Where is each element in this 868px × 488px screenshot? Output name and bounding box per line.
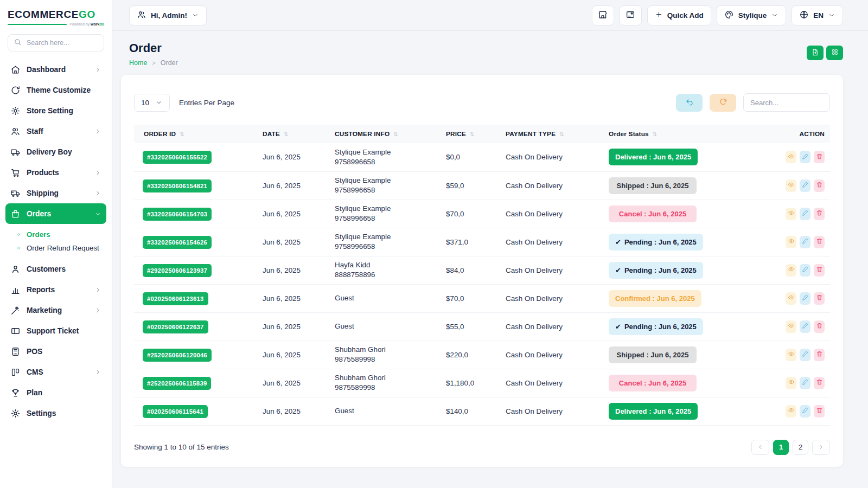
delete-order-button[interactable] [814,377,825,389]
delete-order-button[interactable] [814,320,825,333]
sidebar-item-dashboard[interactable]: Dashboard [5,59,106,80]
trash-icon [816,181,823,190]
order-status-badge[interactable]: Delivered : Jun 6, 2025 [609,403,698,420]
sidebar-search-input[interactable] [25,38,98,47]
sidebar-item-delivery-boy[interactable]: Delivery Boy [5,142,106,162]
sidebar-item-theme-customize[interactable]: Theme Customize [5,80,106,100]
order-id-badge[interactable]: #3320250606155522 [143,151,212,164]
sidebar-item-cms[interactable]: CMS [5,362,106,382]
quick-add-button[interactable]: Quick Add [647,5,711,25]
edit-order-button[interactable] [800,264,810,277]
view-order-button[interactable] [786,236,796,248]
edit-order-button[interactable] [800,292,810,305]
delete-order-button[interactable] [814,151,825,163]
grid-view-button[interactable] [826,46,843,60]
card-button[interactable] [620,5,642,25]
refresh-button[interactable] [710,94,736,112]
page-button-2[interactable]: 2 [793,440,808,455]
sidebar-item-support-ticket[interactable]: Support Ticket [5,320,106,341]
order-id-badge[interactable]: #020250606123613 [143,292,208,305]
view-order-button[interactable] [786,264,796,277]
gear-icon [10,408,21,419]
edit-order-button[interactable] [800,179,810,192]
sort-icon: ⇅ [653,131,658,137]
edit-order-button[interactable] [800,236,810,248]
entries-per-page-select[interactable]: 10 [134,94,170,112]
edit-order-button[interactable] [800,208,810,220]
order-status-badge[interactable]: Shipped : Jun 6, 2025 [609,177,697,194]
delete-order-button[interactable] [814,292,825,305]
admin-menu-button[interactable]: Hi, Admin! [129,5,207,25]
theme-select-button[interactable]: Stylique [717,5,787,25]
edit-order-button[interactable] [800,349,810,361]
order-status-badge[interactable]: Cancel : Jun 6, 2025 [609,375,697,391]
sidebar-subitem-order-refund-request[interactable]: Order Refund Request [12,241,106,255]
sidebar-item-marketing[interactable]: Marketing [5,300,106,320]
delete-order-button[interactable] [814,236,825,248]
edit-order-button[interactable] [800,151,810,163]
order-id-badge[interactable]: #2920250606123937 [143,264,212,277]
column-header-date[interactable]: DATE⇅ [257,125,329,143]
language-select-button[interactable]: EN [792,5,843,25]
order-status-badge[interactable]: Cancel : Jun 6, 2025 [609,206,697,222]
order-id-badge[interactable]: #020250606122637 [143,320,208,333]
view-order-button[interactable] [786,349,796,361]
sidebar-item-store-setting[interactable]: Store Setting [5,100,106,121]
edit-order-button[interactable] [800,405,810,418]
sidebar-item-shipping[interactable]: Shipping [5,183,106,203]
sidebar-subitem-orders[interactable]: Orders [12,228,106,241]
sidebar-item-settings[interactable]: Settings [5,403,106,423]
delete-order-button[interactable] [814,405,825,418]
view-order-button[interactable] [786,320,796,333]
order-id-badge[interactable]: #2520250606115839 [143,377,211,390]
column-header-order-id[interactable]: ORDER ID⇅ [134,125,257,143]
column-header-customer-info[interactable]: CUSTOMER INFO⇅ [329,125,441,143]
delete-order-button[interactable] [814,264,825,277]
page-button-1[interactable]: 1 [773,440,789,455]
sort-icon: ⇅ [393,131,398,137]
table-search-input[interactable] [743,93,830,112]
sidebar-item-products[interactable]: Products [5,162,106,183]
order-id-badge[interactable]: #3320250606154703 [143,208,212,221]
order-status-badge[interactable]: Shipped : Jun 6, 2025 [609,346,697,363]
order-status-badge[interactable]: ✔Pending : Jun 6, 2025 [609,234,703,251]
order-status-badge[interactable]: Delivered : Jun 6, 2025 [609,149,698,165]
sidebar-item-customers[interactable]: Customers [5,259,106,279]
breadcrumb-home-link[interactable]: Home [129,59,147,67]
undo-button[interactable] [676,94,703,112]
edit-order-button[interactable] [800,320,810,333]
sidebar-item-reports[interactable]: Reports [5,279,106,300]
order-status-badge[interactable]: Confirmed : Jun 6, 2025 [609,290,701,307]
view-order-button[interactable] [786,377,796,389]
delete-order-button[interactable] [814,349,825,361]
view-order-button[interactable] [786,179,796,192]
column-header-payment-type[interactable]: PAYMENT TYPE⇅ [500,125,603,143]
edit-order-button[interactable] [800,377,810,389]
payment-type: Cash On Delivery [500,256,603,284]
sidebar-item-staff[interactable]: Staff [5,121,106,142]
order-id-badge[interactable]: #020250606115641 [143,405,208,418]
view-order-button[interactable] [786,405,796,418]
column-header-price[interactable]: PRICE⇅ [441,125,500,143]
sidebar-item-plan[interactable]: Plan [5,382,106,403]
delete-order-button[interactable] [814,208,825,220]
sidebar-item-pos[interactable]: POS [5,341,106,362]
order-id-badge[interactable]: #3320250606154626 [143,236,212,249]
export-button[interactable] [807,46,824,60]
plus-icon [655,10,663,20]
order-id-badge[interactable]: #2520250606120046 [143,349,212,362]
delete-order-button[interactable] [814,179,825,192]
view-order-button[interactable] [786,151,796,163]
page-content: Order Home > Order 10 [112,31,868,488]
order-id-badge[interactable]: #3320250606154821 [143,179,212,192]
prev-page-button[interactable] [751,440,769,455]
view-order-button[interactable] [786,292,796,305]
order-status-badge[interactable]: ✔Pending : Jun 6, 2025 [609,318,703,335]
sidebar-item-orders[interactable]: Orders [5,203,106,224]
column-header-order-status[interactable]: Order Status⇅ [603,125,780,143]
eye-icon [788,209,795,218]
order-status-badge[interactable]: ✔Pending : Jun 6, 2025 [609,262,703,279]
storefront-button[interactable] [592,5,614,25]
next-page-button[interactable] [812,440,830,455]
view-order-button[interactable] [786,208,796,220]
